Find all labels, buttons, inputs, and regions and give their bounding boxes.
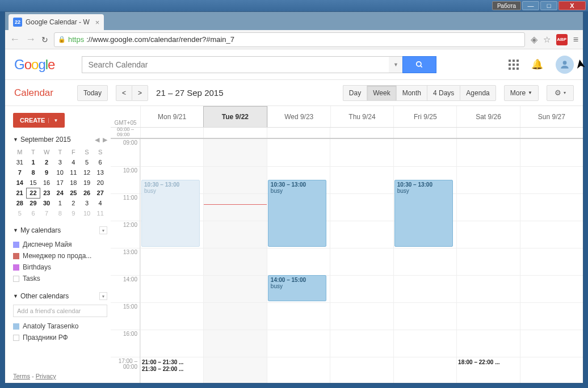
mini-cal-day[interactable]: 6: [27, 208, 40, 218]
calendar-event[interactable]: 10:30 – 13:00busy: [268, 180, 326, 247]
mini-cal-day[interactable]: 30: [40, 198, 53, 208]
google-logo[interactable]: Google: [14, 57, 54, 73]
allday-cell[interactable]: [203, 128, 266, 138]
allday-cell[interactable]: [520, 128, 583, 138]
next-period-button[interactable]: >: [132, 85, 148, 101]
mini-cal-day[interactable]: 31: [13, 157, 27, 167]
mini-cal-day[interactable]: 25: [67, 188, 81, 198]
mini-cal-day[interactable]: 5: [13, 208, 27, 218]
reload-button[interactable]: ↻: [41, 35, 48, 44]
day-header[interactable]: Mon 9/21: [140, 106, 203, 127]
mini-cal-day[interactable]: 1: [53, 198, 67, 208]
mini-cal-day[interactable]: 11: [67, 167, 81, 178]
mini-cal-day[interactable]: 3: [53, 157, 67, 167]
page-action-icon[interactable]: ◈: [531, 34, 537, 45]
prev-period-button[interactable]: <: [116, 85, 132, 101]
settings-gear-button[interactable]: ⚙▾: [547, 85, 574, 101]
allday-cell[interactable]: [140, 128, 203, 138]
search-dropdown-button[interactable]: ▼: [389, 56, 402, 73]
calendar-list-item[interactable]: Диспечер Майя: [13, 239, 107, 250]
day-column[interactable]: [330, 139, 393, 383]
apps-grid-icon[interactable]: [509, 60, 519, 70]
mini-cal-day[interactable]: 17: [53, 178, 67, 188]
mini-cal-day[interactable]: 3: [80, 198, 94, 208]
mini-cal-day[interactable]: 9: [67, 208, 81, 218]
mini-cal-day[interactable]: 7: [13, 167, 27, 178]
mini-cal-day[interactable]: 14: [13, 178, 27, 188]
nav-back-button[interactable]: ←: [10, 33, 20, 45]
tab-close-icon[interactable]: ×: [95, 18, 100, 27]
view-4days-button[interactable]: 4 Days: [427, 85, 460, 101]
calendar-event[interactable]: 10:30 – 13:00busy: [141, 180, 200, 247]
mini-cal-day[interactable]: 2: [40, 157, 53, 167]
mini-cal-day[interactable]: 1: [27, 157, 40, 167]
day-header[interactable]: Thu 9/24: [330, 106, 393, 127]
day-column[interactable]: [520, 139, 583, 383]
calendar-list-item[interactable]: Birthdays: [13, 262, 107, 273]
mini-cal-day[interactable]: 19: [80, 178, 94, 188]
calendar-list-item[interactable]: Менеджер по прода...: [13, 250, 107, 262]
create-button[interactable]: CREATE▼: [13, 113, 65, 128]
calendar-list-item[interactable]: Tasks: [13, 273, 107, 284]
calendar-event-collapsed[interactable]: 21:00 – 21:30 ...: [142, 359, 201, 365]
add-friend-calendar-input[interactable]: Add a friend's calendar: [13, 305, 107, 317]
mini-cal-day[interactable]: 11: [94, 208, 107, 218]
browser-tab[interactable]: 22 Google Calendar - W ×: [9, 14, 104, 30]
day-header[interactable]: Sun 9/27: [520, 106, 583, 127]
my-calendars-menu-button[interactable]: ▼: [99, 226, 107, 234]
mini-cal-day[interactable]: 20: [94, 178, 107, 188]
window-maximize-button[interactable]: □: [540, 1, 557, 10]
terms-link[interactable]: Terms: [13, 373, 30, 379]
allday-cell[interactable]: [267, 128, 330, 138]
day-header[interactable]: Tue 9/22: [203, 106, 267, 127]
mini-cal-day[interactable]: 18: [67, 178, 81, 188]
day-column[interactable]: 10:30 – 13:00busy: [393, 139, 456, 383]
other-calendars-collapse-icon[interactable]: ▼: [13, 293, 18, 299]
more-menu-button[interactable]: More ▼: [504, 85, 539, 101]
mini-cal-day[interactable]: 6: [94, 157, 107, 167]
mini-cal-day[interactable]: 26: [80, 188, 94, 198]
mini-cal-day[interactable]: 13: [94, 167, 107, 178]
mini-cal-collapse-icon[interactable]: ▼: [13, 137, 18, 142]
calendar-event-collapsed[interactable]: 18:00 – 22:00 ...: [458, 359, 517, 365]
mini-cal-day[interactable]: 24: [53, 188, 67, 198]
day-column[interactable]: 10:30 – 13:00busy14:00 – 15:00busy: [267, 139, 330, 383]
browser-menu-button[interactable]: ≡: [573, 35, 578, 45]
address-bar[interactable]: 🔒 https://www.google.com/calendar/render…: [54, 32, 525, 47]
calendar-event[interactable]: 10:30 – 13:00busy: [394, 180, 453, 247]
my-calendars-collapse-icon[interactable]: ▼: [13, 227, 18, 233]
today-button[interactable]: Today: [77, 85, 108, 101]
mini-cal-next-button[interactable]: ▶: [103, 136, 107, 144]
abp-extension-icon[interactable]: ABP: [556, 34, 568, 45]
allday-cell[interactable]: [393, 128, 456, 138]
calendar-event[interactable]: 14:00 – 15:00busy: [268, 275, 326, 301]
calendar-list-item[interactable]: Anatoly Tarasenko: [13, 320, 107, 332]
calendar-list-item[interactable]: Праздники РФ: [13, 332, 107, 343]
view-week-button[interactable]: Week: [367, 85, 396, 101]
mini-cal-day[interactable]: 9: [40, 167, 53, 178]
mini-cal-day[interactable]: 15: [27, 178, 40, 188]
window-minimize-button[interactable]: —: [522, 1, 539, 10]
mini-cal-day[interactable]: 10: [80, 208, 94, 218]
view-day-button[interactable]: Day: [343, 85, 367, 101]
day-header[interactable]: Wed 9/23: [267, 106, 330, 127]
calendar-event-collapsed[interactable]: 21:30 – 22:00 ...: [142, 366, 201, 372]
other-calendars-menu-button[interactable]: ▼: [99, 292, 107, 300]
mini-cal-day[interactable]: 10: [53, 167, 67, 178]
mini-cal-day[interactable]: 4: [94, 198, 107, 208]
mini-cal-day[interactable]: 4: [67, 157, 81, 167]
mini-cal-day[interactable]: 16: [40, 178, 53, 188]
notifications-bell-icon[interactable]: 🔔: [531, 58, 543, 70]
mini-cal-day[interactable]: 28: [13, 198, 27, 208]
search-input[interactable]: [82, 56, 389, 73]
day-column[interactable]: 18:00 – 22:00 ...: [456, 139, 519, 383]
view-agenda-button[interactable]: Agenda: [460, 85, 495, 101]
bookmark-star-icon[interactable]: ☆: [543, 35, 551, 45]
mini-cal-day[interactable]: 22: [27, 188, 40, 198]
nav-forward-button[interactable]: →: [26, 33, 36, 45]
mini-cal-day[interactable]: 7: [40, 208, 53, 218]
day-header[interactable]: Fri 9/25: [393, 106, 456, 127]
day-header[interactable]: Sat 9/26: [456, 106, 519, 127]
mini-cal-prev-button[interactable]: ◀: [95, 136, 99, 144]
mini-cal-day[interactable]: 21: [13, 188, 27, 198]
